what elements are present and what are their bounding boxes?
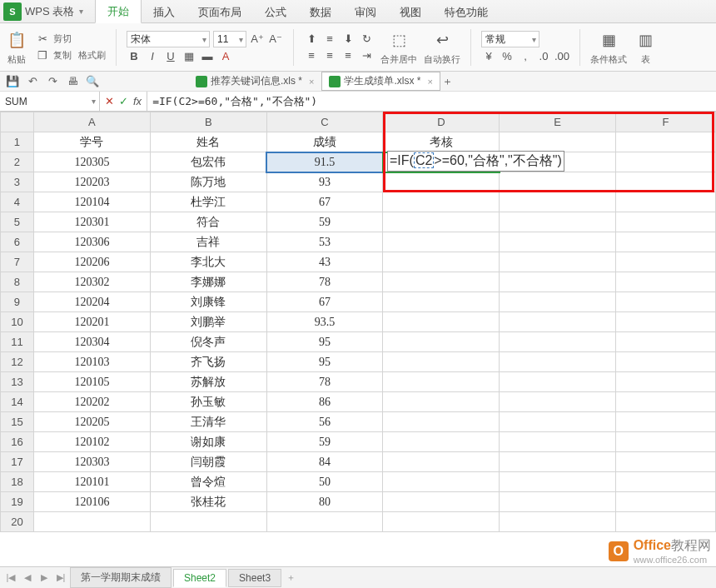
cell[interactable] — [383, 412, 500, 432]
cell[interactable] — [616, 472, 716, 492]
cut-icon[interactable]: ✂ — [35, 32, 50, 47]
cell[interactable] — [500, 432, 616, 452]
fill-color-button[interactable]: ▬ — [200, 49, 215, 64]
row-header[interactable]: 8 — [1, 272, 34, 292]
cell[interactable]: 95 — [266, 352, 383, 372]
cell[interactable] — [383, 432, 500, 452]
cell[interactable]: 姓名 — [150, 132, 266, 152]
name-box[interactable]: SUM — [0, 92, 100, 111]
cell[interactable] — [383, 192, 500, 212]
redo-icon[interactable]: ↷ — [45, 74, 60, 89]
bold-button[interactable]: B — [127, 49, 142, 64]
cell[interactable] — [500, 392, 616, 412]
cell[interactable] — [383, 292, 500, 312]
cell[interactable]: 120106 — [33, 492, 150, 512]
number-format-select[interactable]: 常规 — [481, 31, 539, 47]
cell[interactable]: 学号 — [33, 132, 150, 152]
save-icon[interactable]: 💾 — [5, 74, 20, 89]
cell[interactable]: 120306 — [33, 232, 150, 252]
tab-review[interactable]: 审阅 — [343, 1, 388, 23]
cell[interactable] — [616, 372, 716, 392]
cell[interactable] — [383, 172, 500, 192]
cell[interactable]: 120301 — [33, 212, 150, 232]
cell[interactable]: 120201 — [33, 312, 150, 332]
align-right-icon[interactable]: ≡ — [341, 48, 356, 63]
cell[interactable]: 王清华 — [150, 412, 266, 432]
print-icon[interactable]: 🖶 — [65, 74, 80, 89]
cell[interactable]: 杜学江 — [150, 192, 266, 212]
cell[interactable]: 120203 — [33, 172, 150, 192]
cell[interactable] — [500, 372, 616, 392]
row-header[interactable]: 1 — [1, 132, 34, 152]
font-size-select[interactable]: 11 — [213, 31, 246, 47]
cell[interactable] — [616, 312, 716, 332]
cell[interactable]: 苏解放 — [150, 372, 266, 392]
row-header[interactable]: 14 — [1, 392, 34, 412]
cell[interactable]: 刘鹏举 — [150, 312, 266, 332]
cell[interactable]: 120104 — [33, 192, 150, 212]
cell[interactable] — [383, 352, 500, 372]
cell[interactable] — [383, 252, 500, 272]
currency-icon[interactable]: ¥ — [481, 49, 496, 64]
cell[interactable]: 80 — [266, 492, 383, 512]
close-icon[interactable]: × — [309, 77, 314, 87]
align-middle-icon[interactable]: ≡ — [322, 32, 337, 47]
cond-format-button[interactable]: ▦ 条件格式 — [590, 28, 627, 66]
cell[interactable]: 56 — [266, 412, 383, 432]
cell[interactable]: 120206 — [33, 252, 150, 272]
tab-insert[interactable]: 插入 — [142, 1, 186, 23]
cell[interactable]: 李娜娜 — [150, 272, 266, 292]
cell[interactable]: 吉祥 — [150, 232, 266, 252]
row-header[interactable]: 15 — [1, 412, 34, 432]
cell[interactable] — [500, 132, 616, 152]
comma-icon[interactable]: , — [518, 49, 533, 64]
cell[interactable]: 谢如康 — [150, 432, 266, 452]
cell[interactable]: 包宏伟 — [150, 152, 266, 172]
cell[interactable]: 李北大 — [150, 252, 266, 272]
cell[interactable]: 95 — [266, 332, 383, 352]
cell[interactable]: 120305 — [33, 152, 150, 172]
cell[interactable] — [383, 272, 500, 292]
merge-center-button[interactable]: ⬚ 合并居中 — [380, 28, 417, 66]
row-header[interactable]: 5 — [1, 212, 34, 232]
row-header[interactable]: 19 — [1, 492, 34, 512]
cell[interactable] — [500, 252, 616, 272]
cell[interactable]: 齐飞扬 — [150, 352, 266, 372]
decrease-decimal-icon[interactable]: .00 — [554, 49, 569, 64]
cell[interactable]: 成绩 — [266, 132, 383, 152]
cell[interactable] — [616, 292, 716, 312]
cell[interactable]: 43 — [266, 252, 383, 272]
cell[interactable] — [500, 172, 616, 192]
cell[interactable] — [383, 452, 500, 472]
align-top-icon[interactable]: ⬆ — [304, 32, 319, 47]
sheet-nav-prev[interactable]: ◀ — [20, 571, 35, 586]
add-sheet-button[interactable]: ＋ — [283, 571, 298, 586]
col-header-C[interactable]: C — [266, 112, 383, 132]
cell[interactable]: 120202 — [33, 392, 150, 412]
cell[interactable] — [616, 352, 716, 372]
sheet-nav-last[interactable]: ▶| — [53, 571, 68, 586]
cell[interactable] — [616, 232, 716, 252]
cell[interactable] — [383, 472, 500, 492]
cell[interactable]: 120303 — [33, 452, 150, 472]
cell[interactable]: 孙玉敏 — [150, 392, 266, 412]
col-header-F[interactable]: F — [616, 112, 716, 132]
cell[interactable] — [616, 412, 716, 432]
decrease-font-icon[interactable]: A⁻ — [268, 32, 283, 47]
percent-icon[interactable]: % — [500, 49, 515, 64]
align-bottom-icon[interactable]: ⬇ — [341, 32, 356, 47]
cell-formula-editor[interactable]: =IF(C2>=60,"合格","不合格") — [387, 151, 564, 172]
cell[interactable] — [500, 412, 616, 432]
row-header[interactable]: 20 — [1, 512, 34, 532]
cell[interactable] — [616, 332, 716, 352]
cell[interactable]: 53 — [266, 232, 383, 252]
col-header-A[interactable]: A — [33, 112, 150, 132]
increase-font-icon[interactable]: A⁺ — [250, 32, 265, 47]
row-header[interactable]: 4 — [1, 192, 34, 212]
cell[interactable]: 120302 — [33, 272, 150, 292]
select-all-corner[interactable] — [1, 112, 34, 132]
row-header[interactable]: 13 — [1, 372, 34, 392]
tab-data[interactable]: 数据 — [298, 1, 343, 23]
cell[interactable]: 59 — [266, 212, 383, 232]
row-header[interactable]: 17 — [1, 452, 34, 472]
